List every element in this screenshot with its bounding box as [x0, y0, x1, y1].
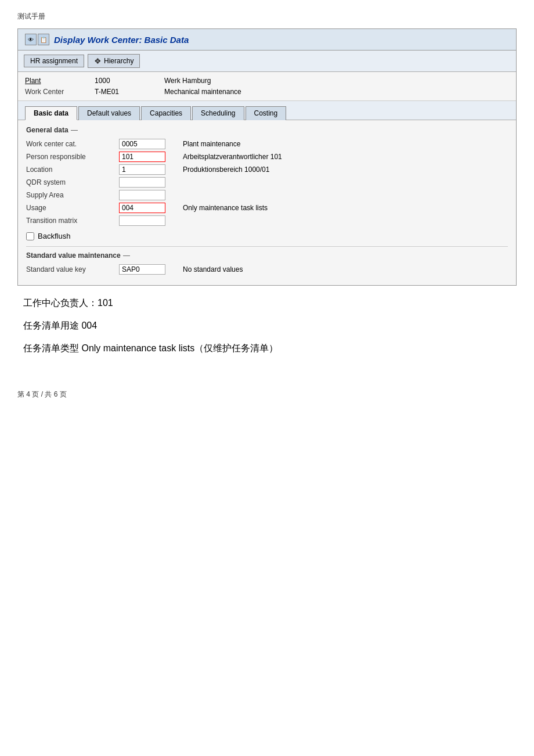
tab-basic-data[interactable]: Basic data: [25, 106, 77, 120]
tab-scheduling[interactable]: Scheduling: [192, 106, 244, 120]
person-responsible-label: Person responsible: [26, 153, 119, 161]
standard-value-key-desc: No standard values: [177, 265, 508, 273]
general-data-header: General data: [26, 126, 508, 134]
page-footer: 第 4 页 / 共 6 页: [17, 390, 517, 399]
hr-assignment-label: HR assignment: [30, 57, 78, 65]
standard-value-header: Standard value maintenance: [26, 251, 508, 260]
work-center-value: T-ME01: [95, 88, 164, 96]
usage-input[interactable]: [119, 203, 165, 213]
location-desc: Produktionsbereich 1000/01: [177, 165, 508, 174]
supply-area-label: Supply Area: [26, 191, 119, 199]
section-divider: [26, 246, 508, 247]
toolbar: HR assignment ❖ Hierarchy: [18, 51, 516, 72]
work-center-desc: Mechanical maintenance: [164, 88, 509, 96]
hierarchy-label: Hierarchy: [104, 57, 134, 65]
work-center-cat-desc: Plant maintenance: [177, 140, 508, 148]
backflush-row: Backflush: [26, 232, 508, 240]
page-header: 测试手册: [17, 12, 517, 21]
page-footer-text: 第 4 页 / 共 6 页: [17, 390, 67, 398]
hierarchy-button[interactable]: ❖ Hierarchy: [88, 54, 140, 68]
qdr-system-input[interactable]: [119, 177, 165, 188]
hr-assignment-button[interactable]: HR assignment: [24, 55, 84, 67]
title-icon-group: 👁 📋: [25, 34, 49, 45]
usage-desc: Only maintenance task lists: [177, 204, 508, 212]
content-area: General data Work center cat. Plant main…: [18, 120, 516, 285]
standard-value-key-input[interactable]: [119, 264, 165, 275]
tabs-row: Basic data Default values Capacities Sch…: [18, 101, 516, 120]
clipboard-icon: 📋: [38, 34, 49, 45]
work-center-cat-label: Work center cat.: [26, 140, 119, 148]
general-data-grid: Work center cat. Plant maintenance Perso…: [26, 139, 508, 226]
standard-value-grid: Standard value key No standard values: [26, 264, 508, 275]
transition-matrix-input[interactable]: [119, 215, 165, 226]
plant-value: 1000: [95, 77, 164, 85]
tab-capacities[interactable]: Capacities: [141, 106, 191, 120]
annotation-2: 任务清单用途 004: [23, 320, 511, 332]
plant-label[interactable]: Plant: [25, 77, 95, 85]
hierarchy-icon: ❖: [94, 56, 102, 66]
tab-default-values[interactable]: Default values: [78, 106, 140, 120]
person-responsible-desc: Arbeitsplatzverantwortlicher 101: [177, 153, 508, 161]
backflush-checkbox[interactable]: [26, 232, 34, 240]
location-input[interactable]: [119, 164, 165, 175]
annotation-3: 任务清单类型 Only maintenance task lists（仅维护任务…: [23, 343, 511, 355]
person-responsible-input[interactable]: [119, 152, 165, 162]
work-center-label: Work Center: [25, 88, 95, 96]
standard-value-key-label: Standard value key: [26, 265, 119, 273]
qdr-system-label: QDR system: [26, 178, 119, 186]
transition-matrix-label: Transition matrix: [26, 217, 119, 225]
annotation-1: 工作中心负责人：101: [23, 297, 511, 309]
window-title: Display Work Center: Basic Data: [54, 35, 189, 45]
plant-desc: Werk Hamburg: [164, 77, 509, 85]
eye-icon: 👁: [25, 34, 37, 45]
page-header-text: 测试手册: [17, 12, 45, 20]
work-center-cat-input[interactable]: [119, 139, 165, 149]
location-label: Location: [26, 165, 119, 174]
title-bar: 👁 📋 Display Work Center: Basic Data: [18, 29, 516, 51]
backflush-label: Backflush: [38, 232, 70, 240]
usage-label: Usage: [26, 204, 119, 212]
tab-costing[interactable]: Costing: [246, 106, 287, 120]
annotations-section: 工作中心负责人：101 任务清单用途 004 任务清单类型 Only maint…: [17, 297, 517, 355]
plant-workcenter-section: Plant 1000 Werk Hamburg Work Center T-ME…: [18, 72, 516, 101]
main-panel: 👁 📋 Display Work Center: Basic Data HR a…: [17, 28, 517, 286]
supply-area-input[interactable]: [119, 190, 165, 200]
